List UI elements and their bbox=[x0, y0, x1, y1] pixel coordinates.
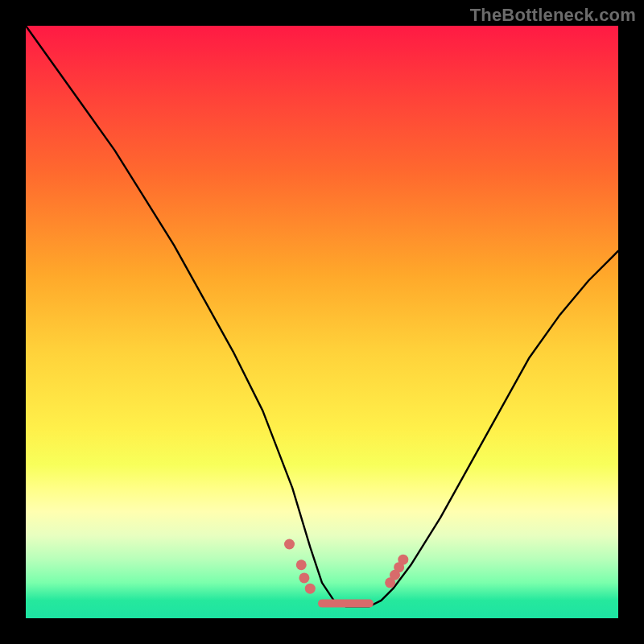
curve-marker-dot bbox=[398, 555, 408, 565]
curve-marker-dot bbox=[296, 559, 307, 570]
curve-marker-dot bbox=[305, 584, 316, 594]
curve-marker-dot bbox=[299, 572, 309, 583]
curve-svg bbox=[26, 26, 618, 618]
watermark-text: TheBottleneck.com bbox=[470, 5, 636, 26]
plot-area bbox=[26, 26, 618, 618]
curve-marker-dot bbox=[284, 539, 295, 550]
bottleneck-curve bbox=[26, 26, 618, 606]
chart-frame: TheBottleneck.com bbox=[0, 0, 644, 644]
curve-markers bbox=[284, 539, 408, 594]
